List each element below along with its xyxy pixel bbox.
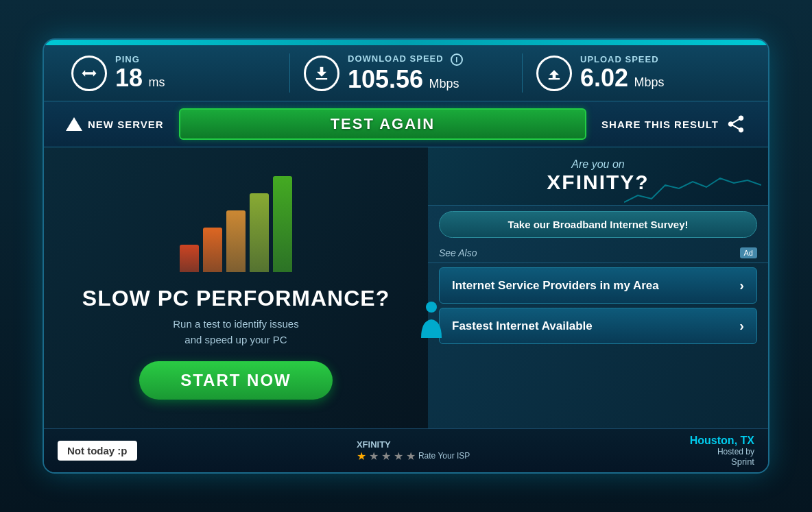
- ping-value: 18 ms: [115, 64, 165, 92]
- ping-label: PING: [115, 54, 165, 64]
- info-icon[interactable]: i: [451, 53, 463, 66]
- bar-chart-bar: [180, 245, 199, 272]
- isp-link-chevron-icon: ›: [739, 278, 744, 293]
- ad-badge: Ad: [740, 247, 757, 258]
- star-1: ★: [357, 450, 366, 463]
- bar-chart-bar: [226, 210, 246, 272]
- ping-info: PING 18 ms: [115, 54, 165, 92]
- bar-chart-bar: [203, 228, 222, 272]
- survey-button[interactable]: Take our Broadband Internet Survey!: [439, 211, 757, 238]
- bar-chart-bar: [273, 176, 292, 272]
- server-triangle-icon: [66, 117, 82, 131]
- isp-link-text: Internet Service Providers in my Area: [452, 279, 659, 293]
- left-bottom: Not today :p: [58, 441, 137, 461]
- hosted-by-label: Hosted by: [690, 447, 754, 456]
- star-2: ★: [369, 450, 379, 463]
- ping-block: PING 18 ms: [58, 53, 290, 93]
- download-label: DOWNLOAD SPEED i: [348, 53, 463, 66]
- new-server-button[interactable]: NEW SERVER: [58, 113, 172, 135]
- svg-point-0: [426, 302, 437, 313]
- city-text: Houston, TX: [690, 435, 754, 447]
- host-name-text: Sprint: [690, 456, 754, 467]
- isp-info: XFINITY ★ ★ ★ ★ ★ Rate Your ISP: [357, 439, 470, 463]
- new-server-label: NEW SERVER: [88, 119, 164, 130]
- main-container: PING 18 ms DOWNLOAD SPEED i 105.: [43, 38, 769, 474]
- upload-block: UPLOAD SPEED 6.02 Mbps: [523, 53, 754, 93]
- ping-icon: [71, 56, 107, 91]
- subtext: Run a test to identify issues and speed …: [173, 317, 298, 348]
- share-label: SHARE THIS RESULT: [601, 119, 719, 130]
- action-row: NEW SERVER TEST AGAIN SHARE THIS RESULT: [44, 101, 768, 147]
- share-button[interactable]: SHARE THIS RESULT: [593, 110, 754, 138]
- share-icon: [726, 114, 746, 134]
- location-info: Houston, TX Hosted by Sprint: [690, 435, 754, 467]
- download-block: DOWNLOAD SPEED i 105.56 Mbps: [290, 53, 523, 93]
- stats-row: PING 18 ms DOWNLOAD SPEED i 105.: [44, 45, 768, 102]
- see-also-row: See Also Ad: [428, 243, 768, 263]
- upload-icon: [536, 56, 572, 91]
- bottom-bar: Not today :p XFINITY ★ ★ ★ ★ ★ Rate Your…: [44, 428, 768, 472]
- xfinity-panel: Are you on XFINITY?: [428, 147, 768, 206]
- download-icon: [304, 56, 339, 91]
- star-3: ★: [381, 450, 391, 463]
- right-panel: Are you on XFINITY? Take our Broadband I…: [428, 147, 768, 428]
- start-now-button[interactable]: START NOW: [139, 361, 333, 400]
- upload-info: UPLOAD SPEED 6.02 Mbps: [580, 54, 665, 92]
- fastest-link-chevron-icon: ›: [739, 318, 744, 334]
- content-area: SLOW PC PERFORMANCE? Run a test to ident…: [44, 147, 768, 428]
- download-info: DOWNLOAD SPEED i 105.56 Mbps: [348, 53, 463, 93]
- upload-value: 6.02 Mbps: [580, 64, 665, 92]
- upload-label: UPLOAD SPEED: [580, 54, 665, 64]
- test-again-button[interactable]: TEST AGAIN: [179, 108, 587, 140]
- sparkline-chart: [624, 168, 761, 209]
- rate-isp-link[interactable]: Rate Your ISP: [418, 451, 470, 461]
- fastest-link-item[interactable]: Fastest Internet Available ›: [439, 308, 757, 344]
- star-rating: ★ ★ ★ ★ ★ Rate Your ISP: [357, 450, 470, 463]
- bar-chart-bar: [250, 193, 269, 272]
- ping-arrows-icon: [80, 64, 99, 83]
- bar-chart: [180, 176, 292, 272]
- see-also-label: See Also: [439, 247, 477, 258]
- isp-name: XFINITY: [357, 439, 470, 450]
- left-panel: SLOW PC PERFORMANCE? Run a test to ident…: [44, 147, 428, 428]
- star-5: ★: [406, 450, 416, 463]
- isp-link-item[interactable]: Internet Service Providers in my Area ›: [439, 267, 757, 304]
- download-arrow-icon: [312, 64, 331, 83]
- download-value: 105.56 Mbps: [348, 66, 463, 93]
- not-today-button[interactable]: Not today :p: [58, 441, 137, 461]
- fastest-link-text: Fastest Internet Available: [452, 319, 593, 333]
- top-bar: [44, 40, 768, 45]
- star-4: ★: [394, 450, 403, 463]
- links-area: Internet Service Providers in my Area › …: [428, 263, 768, 348]
- person-icon: [418, 300, 445, 341]
- headline-text: SLOW PC PERFORMANCE?: [82, 286, 390, 311]
- upload-arrow-icon: [545, 64, 564, 83]
